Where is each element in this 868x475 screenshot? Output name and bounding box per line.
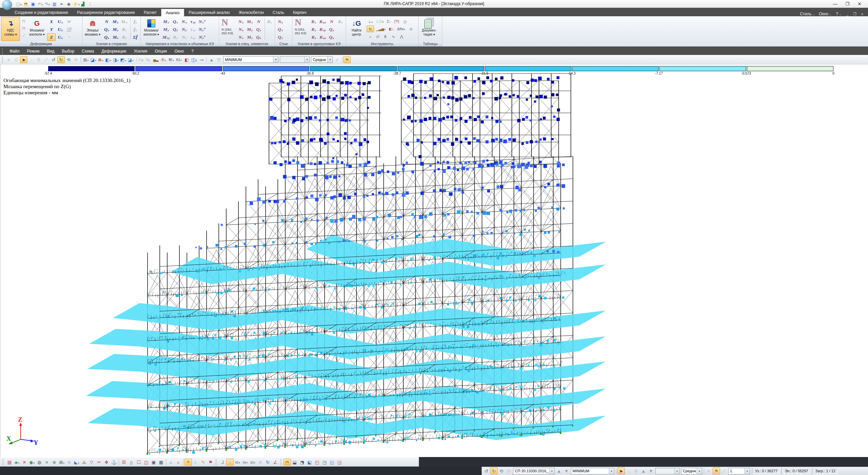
ribbon-btn-n[interactable]: N: [254, 18, 263, 25]
ribbon-btn-n-x-a[interactable]: Nxa: [198, 18, 207, 25]
menu-item-схема[interactable]: Схема: [78, 47, 98, 55]
rotate-right-icon[interactable]: ↻: [57, 56, 65, 63]
bind-icon[interactable]: ✥: [103, 459, 110, 466]
align-icon[interactable]: ≡: [43, 459, 51, 466]
nds-schemes-button[interactable]: ↴НДСсхемы ▾: [1, 17, 20, 41]
menu-item-окно[interactable]: Окно: [171, 47, 188, 55]
package-icon[interactable]: ▥: [51, 1, 58, 7]
average-combo[interactable]: Средни▾: [311, 56, 333, 63]
mosaic-n1-icon[interactable]: ◩▾: [119, 56, 127, 63]
sb-apply-icon[interactable]: ✓: [705, 468, 713, 474]
mdi-minimize-button[interactable]: ‗: [844, 12, 850, 16]
rotate-disabled-icon[interactable]: ⟳: [72, 56, 80, 63]
mosaic-isofields-button[interactable]: GМозаика/изополя ▾: [27, 17, 46, 41]
pencil-icon[interactable]: ✎: [199, 459, 207, 466]
proj-3-icon[interactable]: ⬔: [298, 459, 306, 466]
sum-down-icon[interactable]: Σ↓: [386, 18, 392, 25]
find-center-button[interactable]: ↓GНайтицентр: [347, 17, 366, 41]
ribbon-btn-q-z[interactable]: Qz: [327, 33, 336, 41]
ribbon-btn-r-y[interactable]: Ry: [120, 25, 129, 33]
sb-result-combo[interactable]: MINIMUM▾: [571, 468, 614, 474]
ribbon-btn-n-z[interactable]: Nz: [180, 33, 189, 41]
menu-item-деформации[interactable]: Деформации: [98, 47, 130, 55]
projection-icon[interactable]: ⌼: [13, 56, 20, 63]
model-viewport[interactable]: -57.4-50.2-43-35.8-28.7-21.5-14.3-7.17-0…: [0, 64, 868, 457]
truss-col-icon[interactable]: ▯: [128, 459, 135, 466]
ribbon-btn-q-x[interactable]: Qx: [276, 25, 285, 33]
sb-empty-combo[interactable]: ▾: [655, 468, 680, 474]
mesh-icon[interactable]: ⊞▾: [58, 459, 65, 466]
book-icon[interactable]: ❧: [58, 1, 65, 7]
view-xy-icon[interactable]: xy▾: [242, 459, 249, 466]
zoom-rotate-icon[interactable]: ⌕: [367, 33, 374, 40]
funnel-icon[interactable]: ▽: [88, 459, 95, 466]
close-button[interactable]: ✕: [856, 1, 863, 6]
select-poly-icon[interactable]: ⚲: [35, 56, 42, 63]
big-n-button[interactable]: NN (251,261 КЭ): [293, 17, 309, 41]
big-n-button[interactable]: NN (252,262 КЭ): [220, 17, 236, 41]
menu-стиль[interactable]: Стиль ⌄: [798, 12, 816, 16]
menu-item-?[interactable]: ?: [188, 47, 197, 55]
qat-more-icon[interactable]: ⋮: [87, 1, 93, 7]
menu-item-режим[interactable]: Режим: [23, 47, 43, 55]
sb-rotate-x-icon[interactable]: ↺: [483, 468, 490, 474]
sb-empty-combo-arrow-icon[interactable]: ▾: [674, 468, 679, 474]
toolbar-grip[interactable]: [3, 459, 4, 465]
chart-icon[interactable]: ▟: [80, 1, 86, 7]
toolbar-grip[interactable]: [2, 57, 4, 63]
ribbon-btn-n-z[interactable]: Nz: [237, 33, 245, 41]
truss-wall-icon[interactable]: ◫: [142, 459, 150, 466]
epure-mosaic-button[interactable]: ⋒Эпюры/мозаика ▾: [83, 17, 102, 41]
numbers-icon[interactable]: 1.2)▾: [375, 18, 385, 25]
pack-icon[interactable]: ◍: [36, 459, 43, 466]
undo-icon[interactable]: ↶▾: [37, 1, 43, 7]
ribbon-btn-q-y[interactable]: Qy: [327, 25, 336, 33]
ribbon-btn-n-y[interactable]: Ny: [180, 25, 189, 33]
epure-force-icon[interactable]: ⋒▾: [97, 56, 104, 63]
jack-icon[interactable]: ⚒▾: [167, 56, 175, 63]
rotate-anim-icon[interactable]: ↻: [367, 25, 374, 32]
frame-gray-icon[interactable]: ⊓: [21, 18, 27, 24]
ribbon-btn-r-ux[interactable]: Rux: [318, 18, 327, 25]
average-combo-arrow-icon[interactable]: ▾: [327, 57, 332, 62]
ribbon-btn-q-x[interactable]: Qx: [171, 18, 180, 25]
truss-del-icon[interactable]: ☒: [120, 459, 128, 466]
menu-окно[interactable]: Окно ⌄: [817, 12, 833, 16]
ribbon-btn-n[interactable]: N: [327, 18, 336, 25]
axis-iso-icon[interactable]: ⅃: [219, 459, 226, 466]
antenna-icon[interactable]: ♜: [382, 33, 389, 40]
sb-lasso-icon[interactable]: ◌: [625, 468, 632, 474]
proj-2-icon[interactable]: ⬓: [291, 459, 298, 466]
ribbon-btn-r-z[interactable]: Rz: [336, 18, 345, 25]
ribbon-btn-u-y[interactable]: Uy: [56, 25, 64, 33]
ribbon-btn-m-y[interactable]: My: [161, 25, 171, 33]
proj-8-icon[interactable]: ◲: [336, 459, 343, 466]
sb-up-icon[interactable]: ▲: [555, 468, 563, 474]
ribbon-btn-m-x[interactable]: Mx: [111, 18, 120, 25]
sb-rotate-y-icon[interactable]: ↻: [490, 468, 498, 474]
nodes-red-icon[interactable]: ✕: [21, 459, 28, 466]
select-lasso-icon[interactable]: ◌: [27, 56, 35, 63]
plumb-icon[interactable]: ⚓: [110, 459, 118, 466]
menu-?[interactable]: ? ⌄: [834, 12, 843, 16]
tab-расширенный-анализ[interactable]: Расширенный анализ: [184, 9, 234, 16]
rotate-free-icon[interactable]: ⟲: [65, 56, 72, 63]
ribbon-btn-z[interactable]: Z: [47, 33, 56, 41]
mosaic-red-icon[interactable]: ◧: [183, 56, 190, 63]
ribbon-btn-q-z[interactable]: Qz: [102, 33, 111, 41]
menu-grip[interactable]: [2, 48, 4, 54]
truss-grid-icon[interactable]: ▦: [157, 459, 165, 466]
ribbon-btn-n[interactable]: N: [102, 18, 111, 25]
toolbar-grip[interactable]: [281, 459, 282, 465]
ribbon-btn-m-x[interactable]: Mx: [246, 18, 254, 25]
menu-item-файл[interactable]: Файл: [6, 47, 23, 55]
ribbon-btn-r-z[interactable]: Rz: [309, 33, 318, 41]
menu-item-опции[interactable]: Опции: [151, 47, 171, 55]
structural-model-3d-view[interactable]: [1, 64, 868, 457]
secondary-combo[interactable]: ▾: [280, 56, 310, 63]
rotate-view-icon[interactable]: ↻: [264, 459, 272, 466]
norm-combo[interactable]: СП 20.13330.2016_▾: [513, 468, 555, 474]
new-doc-icon[interactable]: ▢▾: [16, 1, 22, 7]
mosaic-plates-button[interactable]: Мозаика/изополя ▾: [142, 17, 161, 41]
tab-расширенное-редактирование[interactable]: Расширенное редактирование: [73, 9, 139, 16]
